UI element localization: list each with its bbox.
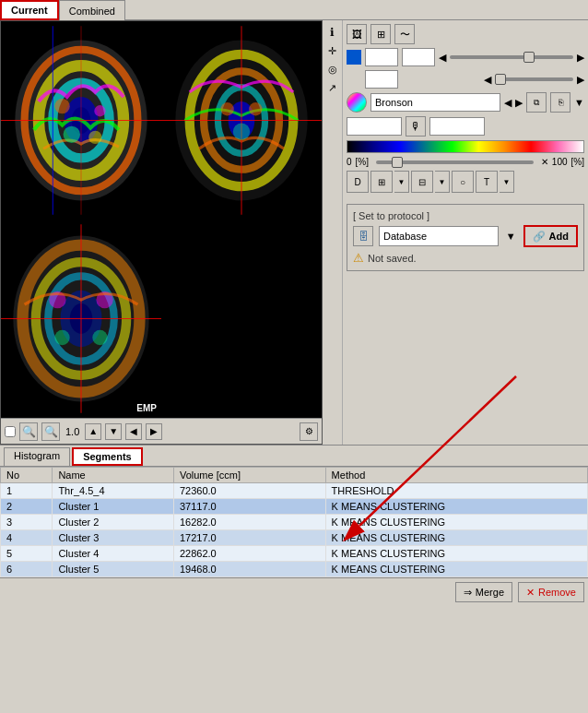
tab-current[interactable]: Current — [0, 0, 59, 20]
pct-slider-thumb[interactable] — [392, 157, 403, 168]
cell-no: 1 — [1, 483, 53, 499]
table-row[interactable]: 6Cluster 519468.0K MEANS CLUSTERING — [1, 562, 588, 577]
colormap-dropdown[interactable]: Bronson — [370, 93, 500, 112]
info-icon[interactable]: ℹ — [324, 24, 341, 41]
tool-btn-4[interactable]: ○ — [452, 171, 474, 193]
nav-forward-icon[interactable]: ▶ — [146, 423, 162, 440]
cell-no: 3 — [1, 515, 53, 530]
tool-btn-5[interactable]: T — [476, 171, 498, 193]
col-volume: Volume [ccm] — [173, 468, 325, 483]
slider-thumb-2[interactable] — [495, 74, 506, 85]
table-row[interactable]: 5Cluster 422862.0K MEANS CLUSTERING — [1, 546, 588, 562]
protocol-select[interactable]: Database — [379, 226, 499, 246]
cell-name: Cluster 4 — [53, 546, 174, 562]
top-tab-bar: Current Combined — [0, 0, 588, 20]
slider-track-2[interactable] — [495, 77, 573, 81]
crosshair-icon[interactable]: ✛ — [324, 42, 341, 59]
wave-icon[interactable]: 〜 — [394, 24, 415, 44]
tool-btn-2[interactable]: ⊞ — [370, 171, 393, 193]
tool-dropdown-1[interactable]: ▼ — [394, 171, 409, 193]
protocol-select-arrow-icon[interactable]: ▼ — [504, 229, 518, 244]
cell-volume: 72360.0 — [173, 483, 325, 499]
scan-checkbox[interactable] — [5, 426, 16, 437]
table-row[interactable]: 1Thr_4.5_472360.0THRESHOLD — [1, 483, 588, 499]
bottom-tab-bar: Histogram Segments — [0, 446, 588, 467]
target-icon[interactable]: ◎ — [324, 61, 341, 77]
protocol-section: [ Set to protocol ] 🗄 Database ▼ 🔗 Add — [347, 204, 584, 271]
pointer-icon[interactable]: ↗ — [324, 79, 341, 96]
svg-point-10 — [94, 105, 105, 116]
arrow-right-icon[interactable]: ▶ — [577, 52, 584, 64]
colormap-arrow-left-icon[interactable]: ◀ — [504, 97, 512, 109]
zoom-in-icon[interactable]: 🔍 — [41, 422, 60, 441]
nav-back-icon[interactable]: ◀ — [125, 423, 142, 440]
cell-volume: 37117.0 — [173, 499, 325, 515]
pct-close-icon[interactable]: ✕ — [541, 157, 548, 167]
pan-up-icon[interactable]: ▲ — [85, 423, 101, 440]
slider-track-1[interactable] — [450, 55, 573, 59]
cell-volume: 16282.0 — [173, 515, 325, 530]
scan-cell-top-left[interactable] — [1, 21, 161, 220]
table-row[interactable]: 4Cluster 317217.0K MEANS CLUSTERING — [1, 530, 588, 546]
main-layout: EMP 🔍 🔍 1.0 ▲ ▼ ◀ ▶ ⚙ ℹ — [0, 20, 588, 445]
ctrl-row-pct: 0 [%] ✕ 100 [%] — [347, 157, 584, 167]
cell-method: K MEANS CLUSTERING — [325, 515, 587, 530]
remove-icon: ✕ — [526, 587, 535, 599]
merge-button[interactable]: ⇒ Merge — [455, 582, 512, 602]
pct-slider[interactable] — [376, 160, 534, 164]
add-button[interactable]: 🔗 Add — [523, 225, 578, 247]
range-min-input[interactable]: 0.0 — [347, 117, 402, 136]
control-panel: 🖼 ⊞ 〜 18 1 ◀ ▶ 1 — [343, 20, 588, 445]
table-row[interactable]: 2Cluster 137117.0K MEANS CLUSTERING — [1, 499, 588, 515]
tool-dropdown-2[interactable]: ▼ — [435, 171, 450, 193]
svg-point-33 — [54, 330, 69, 345]
emp-label: EMP — [136, 403, 157, 413]
ctrl-row-icons: 🖼 ⊞ 〜 — [347, 24, 584, 44]
zoom-out-icon[interactable]: 🔍 — [19, 422, 38, 441]
tool-btn-1[interactable]: D — [347, 171, 369, 193]
arrow-left-icon[interactable]: ◀ — [439, 52, 446, 64]
colormap-arrow-right-icon[interactable]: ▶ — [515, 97, 523, 109]
pan-down-icon[interactable]: ▼ — [105, 423, 122, 440]
tool-btn-3[interactable]: ⊟ — [411, 171, 433, 193]
ctrl-row-range: 0.0 🎙 5.0 — [347, 116, 584, 137]
cell-volume: 19468.0 — [173, 562, 325, 577]
scan-cell-top-right[interactable] — [161, 21, 322, 220]
svg-point-11 — [64, 126, 80, 143]
tool-dropdown-3[interactable]: ▼ — [500, 171, 514, 193]
cell-method: K MEANS CLUSTERING — [325, 499, 587, 515]
scan-cell-bottom-right — [161, 220, 322, 418]
scan-panel: EMP 🔍 🔍 1.0 ▲ ▼ ◀ ▶ ⚙ — [0, 20, 323, 445]
scan-cell-bottom-left[interactable]: EMP — [1, 220, 161, 418]
cell-no: 2 — [1, 499, 53, 515]
segments-table-container[interactable]: No Name Volume [ccm] Method 1Thr_4.5_472… — [0, 467, 588, 577]
value-input-1[interactable]: 18 — [365, 48, 398, 66]
not-saved-row: ⚠ Not saved. — [353, 251, 578, 265]
grid-icon[interactable]: ⊞ — [370, 24, 391, 44]
col-method: Method — [325, 468, 587, 483]
svg-point-9 — [54, 99, 69, 113]
colormap-bar — [347, 140, 584, 153]
mic-icon[interactable]: 🎙 — [406, 116, 426, 137]
tab-segments[interactable]: Segments — [72, 447, 143, 466]
value-input-3[interactable]: 1 — [365, 70, 398, 89]
paste-icon[interactable]: ⎘ — [550, 92, 570, 113]
remove-button[interactable]: ✕ Remove — [518, 582, 584, 602]
arrow-left2-icon[interactable]: ◀ — [484, 74, 491, 86]
colormap-dropdown-arrow-icon[interactable]: ▼ — [574, 97, 584, 108]
slider-thumb-1[interactable] — [523, 52, 535, 63]
copy-icon[interactable]: ⧉ — [526, 92, 547, 113]
ctrl-row-colorbar — [347, 140, 584, 153]
range-max-input[interactable]: 5.0 — [429, 117, 485, 136]
tab-histogram[interactable]: Histogram — [4, 447, 70, 466]
ctrl-row-values2: 1 ◀ ▶ — [347, 70, 584, 89]
value-input-2[interactable]: 1 — [402, 48, 435, 66]
svg-point-12 — [88, 131, 101, 144]
cell-volume: 22862.0 — [173, 546, 325, 562]
table-row[interactable]: 3Cluster 216282.0K MEANS CLUSTERING — [1, 515, 588, 530]
settings-icon[interactable]: ⚙ — [300, 422, 318, 441]
arrow-right2-icon[interactable]: ▶ — [577, 74, 584, 86]
image-icon[interactable]: 🖼 — [347, 24, 367, 44]
cell-no: 4 — [1, 530, 53, 546]
tab-combined[interactable]: Combined — [59, 0, 125, 20]
